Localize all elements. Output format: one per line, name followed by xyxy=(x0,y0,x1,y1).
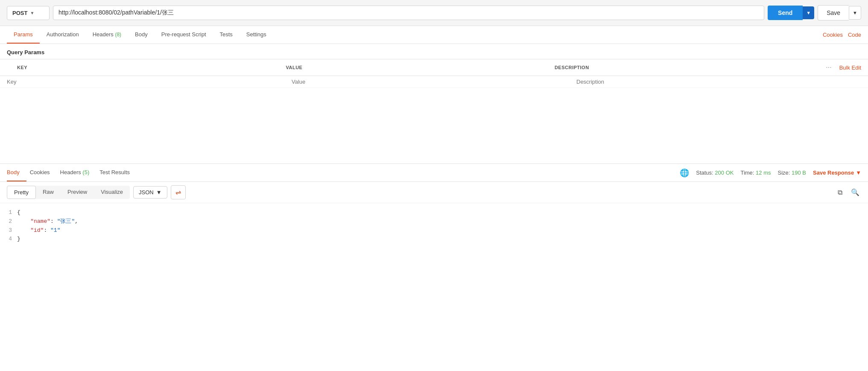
code-line-1: 1 { xyxy=(0,208,868,217)
headers-badge: (8) xyxy=(115,32,121,38)
save-button[interactable]: Save xyxy=(818,5,849,20)
th-actions: ··· Bulk Edit xyxy=(823,63,861,72)
save-response-button[interactable]: Save Response ▼ xyxy=(813,169,861,176)
json-format-chevron-icon: ▼ xyxy=(156,189,162,196)
table-row xyxy=(0,76,868,88)
params-table-header: KEY VALUE DESCRIPTION ··· Bulk Edit xyxy=(0,59,868,76)
line-num-2: 2 xyxy=(0,217,17,226)
size-value: 190 B xyxy=(792,169,806,176)
tab-authorization[interactable]: Authorization xyxy=(40,26,86,44)
response-code-area: 1 { 2 "name": "张三", 3 "id": "1" 4 } xyxy=(0,203,868,249)
json-key-id: "id" xyxy=(30,227,44,234)
code-line-2: 2 "name": "张三", xyxy=(0,217,868,226)
format-tabs: Pretty Raw Preview Visualize xyxy=(7,186,130,199)
json-value-id: "1" xyxy=(50,227,60,234)
tab-body[interactable]: Body xyxy=(128,26,155,44)
line-num-3: 3 xyxy=(0,226,17,235)
tab-tests[interactable]: Tests xyxy=(213,26,240,44)
request-tabs-bar: Params Authorization Headers (8) Body Pr… xyxy=(0,26,868,44)
line-content-3: "id": "1" xyxy=(17,226,868,235)
param-key-input[interactable] xyxy=(7,79,292,85)
json-format-label: JSON xyxy=(139,189,154,196)
more-options-icon[interactable]: ··· xyxy=(823,63,834,72)
response-headers-badge: (5) xyxy=(82,169,89,175)
size-label: Size: xyxy=(778,169,790,176)
copy-icon[interactable]: ⧉ xyxy=(836,187,844,198)
json-format-select[interactable]: JSON ▼ xyxy=(133,186,167,199)
line-content-1: { xyxy=(17,208,868,217)
tab-prerequest[interactable]: Pre-request Script xyxy=(155,26,213,44)
param-value-cell[interactable] xyxy=(292,79,576,85)
tabs-right-links: Cookies Code xyxy=(823,32,861,38)
format-tab-raw[interactable]: Raw xyxy=(36,186,61,199)
save-button-group: Save ▼ xyxy=(818,5,861,20)
method-value: POST xyxy=(12,10,27,16)
save-response-dropdown-icon: ▼ xyxy=(856,169,861,176)
status-value: 200 OK xyxy=(715,169,734,176)
th-key: KEY xyxy=(7,65,286,70)
code-line-4: 4 } xyxy=(0,235,868,244)
format-tab-preview[interactable]: Preview xyxy=(61,186,94,199)
bulk-edit-button[interactable]: Bulk Edit xyxy=(839,64,861,71)
wrap-button[interactable]: ⇌ xyxy=(171,185,186,199)
param-desc-cell[interactable] xyxy=(576,79,861,85)
response-section: Body Cookies Headers (5) Test Results 🌐 … xyxy=(0,164,868,249)
code-link[interactable]: Code xyxy=(848,32,861,38)
response-tab-body[interactable]: Body xyxy=(7,164,26,181)
format-tab-pretty[interactable]: Pretty xyxy=(7,186,36,199)
json-value-name: "张三" xyxy=(57,218,75,225)
line-num-4: 4 xyxy=(0,235,17,244)
response-status-bar: 🌐 Status: 200 OK Time: 12 ms Size: 190 B… xyxy=(680,168,861,178)
json-key-name: "name" xyxy=(30,218,50,225)
line-content-4: } xyxy=(17,235,868,244)
search-icon[interactable]: 🔍 xyxy=(849,187,861,198)
tab-settings[interactable]: Settings xyxy=(240,26,273,44)
time-value: 12 ms xyxy=(756,169,771,176)
response-tab-test-results[interactable]: Test Results xyxy=(99,164,137,181)
format-tab-visualize[interactable]: Visualize xyxy=(94,186,130,199)
line-content-2: "name": "张三", xyxy=(17,217,868,226)
th-description: DESCRIPTION xyxy=(555,65,823,70)
cookies-link[interactable]: Cookies xyxy=(823,32,843,38)
method-chevron-icon: ▼ xyxy=(30,11,34,15)
toolbar-right: ⧉ 🔍 xyxy=(836,187,861,198)
time-label: Time: xyxy=(740,169,754,176)
tab-headers[interactable]: Headers (8) xyxy=(86,26,128,44)
response-tab-headers[interactable]: Headers (5) xyxy=(60,164,96,181)
query-params-title: Query Params xyxy=(0,44,868,59)
send-dropdown-button[interactable]: ▼ xyxy=(803,6,814,19)
param-key-cell[interactable] xyxy=(7,79,292,85)
globe-icon: 🌐 xyxy=(680,168,689,178)
param-desc-input[interactable] xyxy=(576,79,861,85)
url-input[interactable] xyxy=(53,6,764,20)
save-dropdown-button[interactable]: ▼ xyxy=(849,6,861,20)
response-tabs-bar: Body Cookies Headers (5) Test Results 🌐 … xyxy=(0,164,868,182)
param-value-input[interactable] xyxy=(292,79,576,85)
code-line-3: 3 "id": "1" xyxy=(0,226,868,235)
send-button-group: Send ▼ xyxy=(768,6,814,20)
wrap-icon: ⇌ xyxy=(175,189,181,196)
th-value: VALUE xyxy=(286,65,554,70)
send-button[interactable]: Send xyxy=(768,6,803,20)
method-dropdown[interactable]: POST ▼ xyxy=(7,6,50,20)
format-toolbar: Pretty Raw Preview Visualize JSON ▼ ⇌ ⧉ … xyxy=(0,182,868,203)
status-label: Status: xyxy=(696,169,713,176)
line-num-1: 1 xyxy=(0,208,17,217)
response-tab-cookies[interactable]: Cookies xyxy=(30,164,57,181)
tab-params[interactable]: Params xyxy=(7,26,40,44)
